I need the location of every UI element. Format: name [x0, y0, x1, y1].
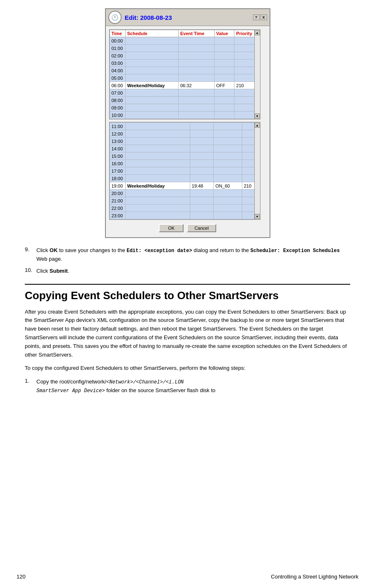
table-row: 02:00 [110, 52, 260, 60]
value-cell [214, 123, 242, 130]
lower-scrollbar[interactable]: ▲ ▼ [254, 122, 260, 219]
table-row: 07:00 [110, 89, 260, 97]
time-cell: 06:00 [110, 82, 125, 89]
section-step-1-content: Copy the root/config/network/<Network>/<… [36, 378, 350, 395]
upper-scrollbar[interactable]: ▲ ▼ [254, 30, 260, 119]
event-time-cell [190, 138, 213, 145]
schedule-cell [125, 152, 190, 160]
table-row: 13:00 [110, 138, 260, 145]
time-cell: 18:00 [110, 175, 125, 182]
time-cell: 19:00 [110, 182, 125, 190]
value-cell [214, 60, 234, 67]
event-time-cell [178, 52, 214, 60]
event-time-cell [190, 167, 213, 175]
time-cell: 12:00 [110, 130, 125, 138]
value-cell [214, 52, 234, 60]
table-row: 23:00 [110, 212, 260, 219]
schedule-cell [125, 160, 190, 167]
time-cell: 21:00 [110, 197, 125, 205]
schedule-cell [125, 60, 178, 67]
clock-icon: 🕐 [108, 11, 122, 24]
time-cell: 00:00 [110, 37, 125, 45]
lower-scroll-up-arrow[interactable]: ▲ [255, 123, 260, 128]
section-heading: Copying Event Schedulers to Other SmartS… [25, 284, 350, 303]
event-time-cell [178, 67, 214, 74]
time-cell: 05:00 [110, 74, 125, 82]
event-time-cell [178, 45, 214, 52]
steps-section: 9. Click OK to save your changes to the … [17, 246, 358, 276]
event-time-cell [178, 104, 214, 112]
step-10: 10. Click Submit. [25, 267, 350, 276]
value-cell [214, 97, 234, 104]
event-time-cell [178, 74, 214, 82]
schedule-cell [125, 52, 178, 60]
time-cell: 16:00 [110, 160, 125, 167]
page-number: 120 [17, 574, 26, 580]
event-time-cell: 06:32 [178, 82, 214, 89]
value-cell [214, 167, 242, 175]
time-cell: 01:00 [110, 45, 125, 52]
ok-button[interactable]: OK [159, 224, 184, 232]
scroll-up-arrow[interactable]: ▲ [255, 30, 260, 35]
table-row: 04:00 [110, 67, 260, 74]
value-cell [214, 130, 242, 138]
table-row: 17:00 [110, 167, 260, 175]
schedule-cell [125, 175, 190, 182]
page-footer: 120 Controlling a Street Lighting Networ… [17, 574, 358, 580]
table-row: 08:00 [110, 97, 260, 104]
lower-scroll-track[interactable] [255, 128, 260, 214]
time-cell: 14:00 [110, 145, 125, 152]
event-time-cell [178, 89, 214, 97]
table-row: 06:00 Weekend/Holiday 06:32 OFF 210 [110, 82, 260, 89]
event-time-cell [190, 197, 213, 205]
upper-table-panel: Time Schedule Event Time Value Priority … [109, 29, 260, 119]
schedule-cell [125, 89, 178, 97]
table-row: 03:00 [110, 60, 260, 67]
value-cell [214, 89, 234, 97]
value-cell [214, 138, 242, 145]
schedule-cell [125, 212, 190, 219]
upper-schedule-table: Time Schedule Event Time Value Priority … [110, 30, 260, 119]
event-time-cell [190, 190, 213, 197]
table-row: 18:00 [110, 175, 260, 182]
schedule-cell [125, 190, 190, 197]
schedule-cell [125, 104, 178, 112]
schedule-cell [125, 97, 178, 104]
time-cell: 13:00 [110, 138, 125, 145]
lower-table-panel: 11:00 12:00 13:00 14:00 15:00 [109, 122, 260, 220]
dialog-wrapper: 🕐 Edit: 2008-08-23 ? X Time [17, 4, 358, 238]
table-row: 10:00 [110, 112, 260, 119]
table-row: 12:00 [110, 130, 260, 138]
time-cell: 08:00 [110, 97, 125, 104]
section-area: Copying Event Schedulers to Other SmartS… [17, 284, 358, 395]
event-time-cell [178, 60, 214, 67]
section-paragraph-2: To copy the configured Event Schedulers … [25, 364, 350, 373]
edit-dialog: 🕐 Edit: 2008-08-23 ? X Time [105, 8, 270, 238]
schedule-cell [125, 123, 190, 130]
scroll-down-arrow[interactable]: ▼ [255, 114, 260, 119]
table-row: 19:00 Weekend/Holiday 19:48 ON_60 210 [110, 182, 260, 190]
close-button[interactable]: X [260, 14, 267, 20]
event-time-cell [190, 160, 213, 167]
col-value: Value [214, 30, 234, 37]
value-cell [214, 175, 242, 182]
time-cell: 02:00 [110, 52, 125, 60]
schedule-cell [125, 37, 178, 45]
event-time-cell [190, 130, 213, 138]
lower-schedule-table: 11:00 12:00 13:00 14:00 15:00 [110, 122, 260, 219]
lower-scroll-down-arrow[interactable]: ▼ [255, 214, 260, 219]
value-cell [214, 37, 234, 45]
step-9-num: 9. [25, 246, 35, 264]
time-cell: 11:00 [110, 123, 125, 130]
event-time-cell [178, 37, 214, 45]
time-cell: 04:00 [110, 67, 125, 74]
col-time: Time [110, 30, 125, 37]
scroll-track[interactable] [255, 36, 260, 113]
schedule-cell: Weekend/Holiday [125, 182, 190, 190]
help-button[interactable]: ? [253, 14, 260, 20]
table-row: 14:00 [110, 145, 260, 152]
value-cell [214, 190, 242, 197]
time-cell: 20:00 [110, 190, 125, 197]
event-time-cell [178, 97, 214, 104]
cancel-button[interactable]: Cancel [187, 224, 216, 232]
